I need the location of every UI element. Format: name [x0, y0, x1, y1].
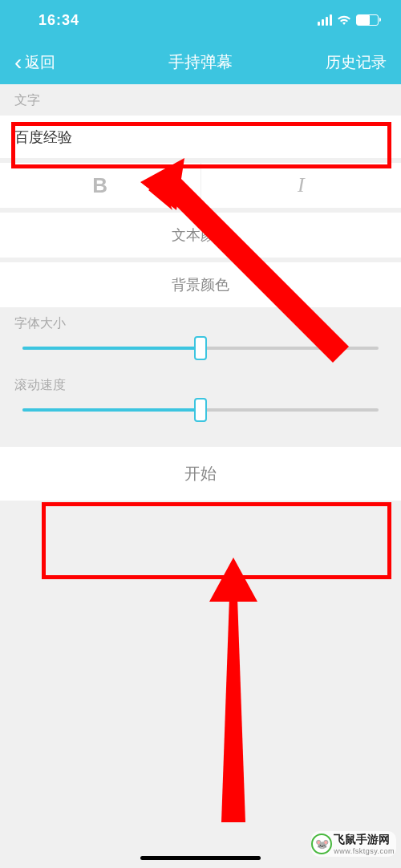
status-bar: 16:34	[0, 0, 401, 40]
battery-icon	[356, 14, 379, 26]
nav-bar: ‹ 返回 手持弹幕 历史记录	[0, 40, 401, 84]
bold-button[interactable]: B	[0, 163, 200, 208]
scroll-speed-slider[interactable]	[22, 408, 379, 412]
font-size-section: 字体大小	[0, 307, 401, 369]
svg-marker-2	[221, 598, 245, 822]
back-label: 返回	[25, 52, 55, 73]
watermark-url: www.fsktgsy.com	[334, 847, 395, 855]
watermark-icon: 🐭	[311, 834, 332, 854]
page-title: 手持弹幕	[168, 51, 233, 73]
font-size-slider[interactable]	[22, 347, 379, 350]
signal-icon	[318, 14, 332, 26]
text-input[interactable]	[0, 116, 401, 158]
watermark-name: 飞鼠手游网	[334, 833, 395, 847]
font-size-label: 字体大小	[14, 315, 387, 332]
watermark: 🐭 飞鼠手游网 www.fsktgsy.com	[311, 831, 396, 857]
status-time: 16:34	[38, 12, 79, 29]
scroll-speed-section: 滚动速度	[0, 369, 401, 431]
bg-color-button[interactable]: 背景颜色	[0, 262, 401, 307]
status-indicators	[318, 14, 379, 26]
italic-button[interactable]: I	[200, 163, 402, 208]
back-button[interactable]: ‹ 返回	[14, 51, 55, 74]
scroll-speed-thumb[interactable]	[194, 398, 207, 422]
wifi-icon	[337, 14, 351, 26]
history-button[interactable]: 历史记录	[326, 52, 387, 73]
start-button[interactable]: 开始	[0, 447, 401, 501]
annotation-box-start	[42, 502, 391, 579]
scroll-speed-label: 滚动速度	[14, 377, 387, 394]
svg-marker-3	[209, 558, 257, 602]
text-color-button[interactable]: 文本颜色	[0, 213, 401, 258]
font-size-thumb[interactable]	[194, 336, 207, 360]
text-section-label: 文字	[0, 84, 401, 116]
home-indicator[interactable]	[140, 856, 261, 860]
chevron-left-icon: ‹	[14, 51, 22, 74]
format-row: B I	[0, 163, 401, 208]
annotation-arrow-2	[205, 558, 277, 838]
